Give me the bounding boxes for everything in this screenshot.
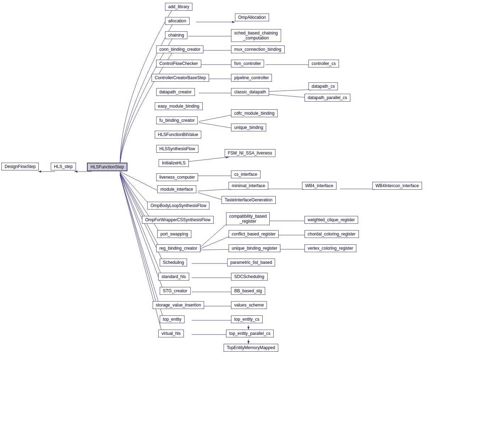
node-label: ControllerCreatorBaseStep (155, 75, 206, 80)
node-Scheduling[interactable]: Scheduling (160, 259, 187, 266)
node-label: WB4_interface (305, 183, 333, 188)
node-label: OmpForWrapperCSSynthesisFlow (145, 217, 210, 222)
node-pipeline_controller[interactable]: pipeline_controller (231, 74, 272, 82)
node-label: HLSFunctionBitValue (158, 132, 198, 137)
node-cdfc_module_binding[interactable]: cdfc_module_binding (231, 109, 278, 117)
node-compatibility_based_register[interactable]: compatibility_based_register (226, 212, 270, 225)
edge-fbc-cdfc (199, 114, 235, 121)
node-HLSFunctionStep[interactable]: HLSFunctionStep (87, 163, 127, 171)
node-standard_hls[interactable]: standard_hls (158, 273, 189, 281)
node-label: reg_binding_creator (159, 246, 197, 251)
node-HLSFunctionBitValue[interactable]: HLSFunctionBitValue (155, 131, 201, 139)
node-label: unique_binding (234, 125, 263, 130)
node-label: WB4Intercon_interface (376, 183, 419, 188)
node-label: HLSFunctionStep (91, 164, 124, 169)
node-classic_datapath[interactable]: classic_datapath (231, 88, 269, 96)
node-HLSSynthesisFlow[interactable]: HLSSynthesisFlow (156, 145, 198, 153)
node-label: values_scheme (234, 303, 264, 308)
node-label: classic_datapath (234, 89, 266, 94)
node-label: conn_binding_creator (159, 47, 200, 52)
node-conn_binding_creator[interactable]: conn_binding_creator (156, 45, 203, 53)
node-WB4Intercon_interface[interactable]: WB4Intercon_interface (372, 182, 422, 190)
node-module_interface[interactable]: module_interface (157, 185, 196, 193)
edge-rbc-cbr (199, 221, 230, 249)
node-datapath_creator[interactable]: datapath_creator (156, 88, 195, 96)
node-label: TopEntityMemoryMapped (227, 345, 275, 350)
graph-container: add_library OmpAllocation allocation cha… (0, 0, 504, 445)
node-TopEntityMemoryMapped[interactable]: TopEntityMemoryMapped (224, 344, 278, 352)
node-top_entity_cs[interactable]: top_entity_cs (231, 315, 263, 323)
node-fu_binding_creator[interactable]: fu_binding_creator (156, 116, 198, 124)
node-port_swapping[interactable]: port_swapping (157, 230, 191, 238)
node-label: vertex_coloring_register (308, 246, 353, 251)
node-add_library[interactable]: add_library (165, 3, 192, 11)
node-chaining[interactable]: chaining (165, 31, 187, 39)
node-easy_module_binding[interactable]: easy_module_binding (155, 102, 203, 110)
node-minimal_interface[interactable]: minimal_interface (229, 182, 268, 190)
node-label: Scheduling (163, 260, 184, 265)
node-label: top_entity_parallel_cs (229, 331, 270, 336)
node-BB_based_stg[interactable]: BB_based_stg (231, 287, 265, 295)
node-ControlFlowChecker[interactable]: ControlFlowChecker (156, 60, 201, 67)
node-OmpAllocation[interactable]: OmpAllocation (235, 13, 269, 21)
node-label: unique_binding_register (232, 246, 277, 251)
node-allocation[interactable]: allocation (165, 17, 190, 25)
node-STG_creator[interactable]: STG_creator (160, 287, 191, 295)
node-label: datapath_cs (312, 84, 335, 89)
node-values_scheme[interactable]: values_scheme (231, 301, 267, 309)
node-label: SDCScheduling (234, 274, 264, 279)
node-label: DesignFlowStep (5, 164, 35, 169)
node-label: easy_module_binding (158, 104, 199, 109)
node-label: datapath_creator (159, 89, 192, 94)
node-TasteInterfaceGeneration[interactable]: TasteInterfaceGeneration (221, 196, 276, 204)
node-liveness_computer[interactable]: liveness_computer (156, 173, 198, 181)
node-cs_interface[interactable]: cs_interface (231, 170, 261, 178)
node-label: chordal_coloring_register (308, 232, 356, 237)
node-virtual_hls[interactable]: virtual_hls (158, 330, 184, 337)
node-SDCScheduling[interactable]: SDCScheduling (231, 273, 268, 281)
node-InitializeHLS[interactable]: InitializeHLS (159, 159, 189, 167)
node-unique_binding[interactable]: unique_binding (231, 124, 266, 131)
node-unique_binding_register[interactable]: unique_binding_register (229, 244, 280, 252)
node-top_entity[interactable]: top_entity (160, 315, 185, 323)
node-label: fu_binding_creator (159, 118, 195, 123)
node-controller_cs[interactable]: controller_cs (308, 60, 339, 67)
node-datapath_cs[interactable]: datapath_cs (308, 82, 338, 90)
node-sched_based_chaining[interactable]: sched_based_chaining_computation (231, 29, 281, 42)
node-vertex_coloring_register[interactable]: vertex_coloring_register (305, 244, 356, 252)
node-label: conflict_based_register (232, 232, 275, 237)
edge-fbc-ub (199, 123, 235, 129)
node-storage_value_insertion[interactable]: storage_value_insertion (153, 301, 204, 309)
node-label: OmpBodyLoopSynthesisFlow (150, 203, 206, 208)
node-fsm_controller[interactable]: fsm_controller (231, 60, 264, 67)
node-label: compatibility_based_register (229, 214, 267, 224)
node-label: mux_connection_binding (234, 47, 281, 52)
node-mux_connection_binding[interactable]: mux_connection_binding (231, 45, 285, 53)
node-ControllerCreatorBaseStep[interactable]: ControllerCreatorBaseStep (152, 74, 209, 82)
node-DesignFlowStep[interactable]: DesignFlowStep (1, 163, 39, 170)
node-OmpForWrapperCSSynthesisFlow[interactable]: OmpForWrapperCSSynthesisFlow (142, 216, 214, 224)
edge-ihls-fsm (188, 157, 229, 162)
node-FSM_NI_SSA_liveness[interactable]: FSM_NI_SSA_liveness (225, 149, 275, 157)
edge-rbc (120, 173, 160, 249)
edge-ofwcssf (120, 172, 147, 221)
node-OmpBodyLoopSynthesisFlow[interactable]: OmpBodyLoopSynthesisFlow (147, 202, 209, 210)
edge-oblsf (120, 172, 152, 207)
node-WB4_interface[interactable]: WB4_interface (302, 182, 336, 190)
node-HLS_step[interactable]: HLS_step (51, 163, 76, 170)
node-label: cdfc_module_binding (234, 111, 274, 116)
node-datapath_parallel_cs[interactable]: datapath_parallel_cs (305, 94, 350, 102)
node-top_entity_parallel_cs[interactable]: top_entity_parallel_cs (226, 330, 274, 337)
node-label: storage_value_insertion (156, 303, 201, 308)
node-parametric_list_based[interactable]: parametric_list_based (227, 259, 275, 266)
node-chordal_coloring_register[interactable]: chordal_coloring_register (305, 230, 359, 238)
edge-rbc-conbr (199, 235, 232, 249)
edge-rbc-ubr (199, 249, 232, 250)
node-reg_binding_creator[interactable]: reg_binding_creator (156, 244, 201, 252)
node-label: top_entity_cs (234, 317, 259, 322)
node-conflict_based_register[interactable]: conflict_based_register (229, 230, 279, 238)
node-weighted_clique_register[interactable]: weighted_clique_register (305, 216, 358, 224)
node-label: fsm_controller (234, 61, 261, 66)
node-label: add_library (168, 4, 189, 9)
node-label: InitializeHLS (162, 161, 186, 165)
